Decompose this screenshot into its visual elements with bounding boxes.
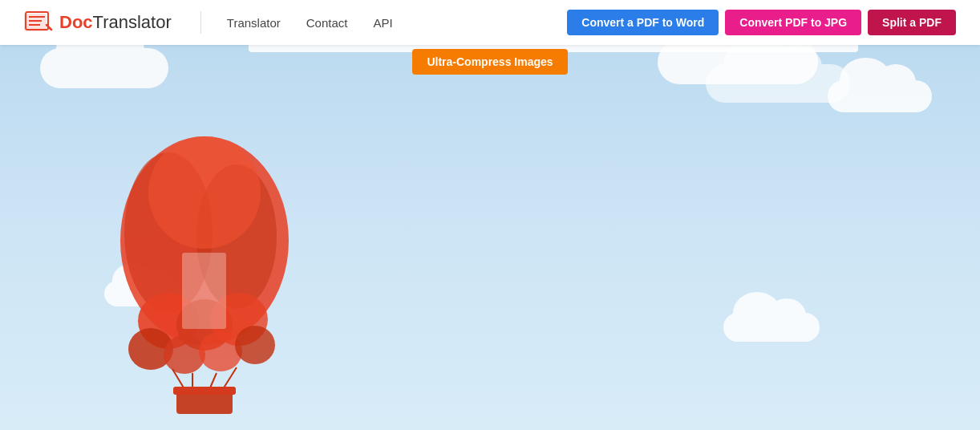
convert-pdf-word-button[interactable]: Convert a PDF to Word: [567, 10, 719, 35]
split-pdf-button[interactable]: Split a PDF: [868, 10, 956, 35]
svg-point-14: [199, 331, 242, 371]
logo-icon: [24, 10, 53, 34]
balloon-decoration: [104, 112, 305, 417]
nav-api[interactable]: API: [368, 13, 397, 33]
svg-point-13: [164, 335, 205, 374]
header: DocTranslator Translator Contact API Con…: [0, 0, 980, 45]
svg-rect-21: [173, 387, 236, 395]
nav-divider: [200, 11, 201, 34]
svg-point-8: [148, 136, 261, 249]
ultra-compress-button[interactable]: Ultra-Compress Images: [412, 49, 567, 75]
svg-point-15: [235, 326, 275, 364]
svg-rect-22: [182, 253, 226, 329]
cloud-decoration: [723, 313, 820, 342]
nav-buttons: Convert a PDF to Word Convert PDF to JPG…: [567, 10, 956, 35]
nav-translator[interactable]: Translator: [222, 13, 285, 33]
nav-contact[interactable]: Contact: [302, 13, 353, 33]
convert-pdf-jpg-button[interactable]: Convert PDF to JPG: [725, 10, 861, 35]
logo-text: DocTranslator: [59, 12, 172, 33]
logo[interactable]: DocTranslator: [24, 10, 172, 34]
